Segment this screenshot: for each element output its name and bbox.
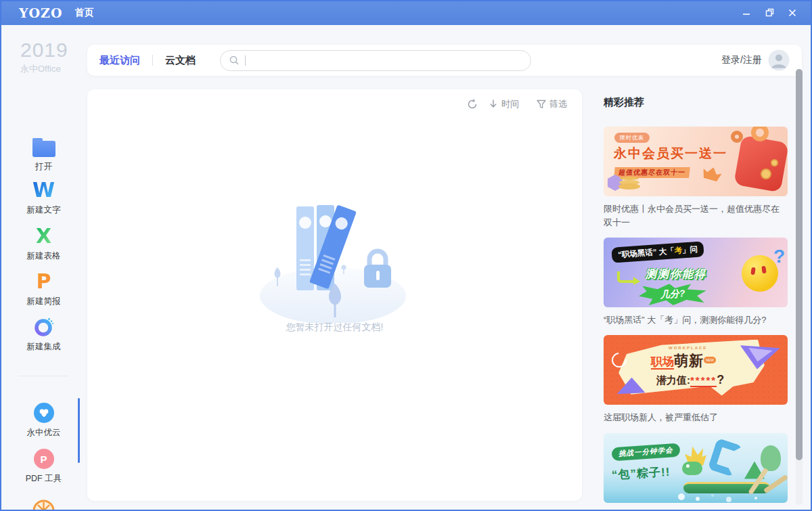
presentation-icon: P xyxy=(37,271,51,292)
spreadsheet-icon: X xyxy=(36,226,51,246)
app-logo: YOZO xyxy=(19,5,63,20)
promo-banner-workplace[interactable]: WORKPLACE 职场萌新NEW 潜力值:*****? xyxy=(604,335,788,405)
tab-cloud-docs[interactable]: 云文档 xyxy=(165,54,196,67)
minimize-icon xyxy=(742,9,750,17)
emoji-art xyxy=(742,255,778,292)
recommend-title: 精彩推荐 xyxy=(604,96,788,109)
dragon-head-art xyxy=(682,462,702,475)
minimize-button[interactable] xyxy=(735,3,758,23)
close-button[interactable] xyxy=(781,3,804,23)
brand: 2019 永中Office xyxy=(20,39,68,75)
red-bag-art xyxy=(734,135,788,192)
sidebar: 2019 永中Office 打开 W 新建文字 X 新建表格 P 新建简报 xyxy=(1,25,86,510)
filter-label: 筛选 xyxy=(549,98,567,110)
document-list-panel: 时间 筛选 xyxy=(87,89,582,501)
window-controls xyxy=(735,3,804,23)
banner-title: 永中会员买一送一 xyxy=(614,145,727,162)
folder-icon xyxy=(32,141,55,157)
splash-art xyxy=(678,493,685,500)
promo-banner-quiz[interactable]: “职场黑话” 大「考」问 测测你能得 几分? ? xyxy=(604,238,788,307)
search-icon xyxy=(229,55,240,66)
sidebar-item-label: 打开 xyxy=(1,161,86,173)
sidebar-divider xyxy=(18,376,69,376)
sidebar-item-label: 永中优云 xyxy=(1,427,86,439)
scrollbar-track[interactable] xyxy=(796,69,803,505)
search-input[interactable] xyxy=(248,55,522,66)
sidebar-item-label: 新建文字 xyxy=(1,204,86,216)
page-title: 首页 xyxy=(75,7,94,19)
login-label: 登录/注册 xyxy=(721,54,762,66)
promo-banner-membership[interactable]: 限时优惠 永中会员买一送一 超值优惠尽在双十一 xyxy=(604,127,788,196)
promo-card: 挑战一分钟学会 “包”粽子!! xyxy=(604,433,788,503)
restore-button[interactable] xyxy=(758,3,781,23)
sort-by-time-button[interactable]: 时间 xyxy=(489,98,519,110)
integration-icon xyxy=(33,316,55,338)
refresh-icon xyxy=(467,99,478,110)
banner-badge: 挑战一分钟学会 xyxy=(611,443,680,461)
scrollbar-thumb[interactable] xyxy=(796,69,803,460)
sidebar-item-label: 新建集成 xyxy=(1,341,86,353)
sidebar-item-yozo-cloud[interactable]: 永中优云 xyxy=(1,401,86,439)
sidebar-item-label: PDF 工具 xyxy=(1,473,86,485)
banner-title: “职场黑话” 大「考」问 xyxy=(611,242,704,263)
star-burst: 几分? xyxy=(638,282,707,307)
filter-button[interactable]: 筛选 xyxy=(537,98,567,110)
close-icon xyxy=(788,9,796,17)
promo-card: 限时优惠 永中会员买一送一 超值优惠尽在双十一 限时优惠丨永中会员买一送一，超值… xyxy=(604,127,788,229)
question-mark-art: ? xyxy=(773,246,785,267)
promo-banner-dragon-boat[interactable]: 挑战一分钟学会 “包”粽子!! xyxy=(604,433,788,503)
list-toolbar: 时间 筛选 xyxy=(467,98,567,110)
crown-art xyxy=(701,165,723,183)
tab-separator xyxy=(152,55,153,66)
banner-eyebrow: WORKPLACE xyxy=(669,346,707,350)
banner-subtitle: 超值优惠尽在双十一 xyxy=(614,167,690,178)
search-box[interactable] xyxy=(220,50,531,71)
sidebar-item-pdf-tools[interactable]: P PDF 工具 xyxy=(1,447,86,485)
cloud-icon xyxy=(34,403,54,423)
login-register[interactable]: 登录/注册 xyxy=(721,49,790,71)
recommend-panel: 精彩推荐 限时优惠 永中会员买一送一 超值优惠尽在双十一 限时优惠丨永中会员买一… xyxy=(604,91,788,510)
banner-subtitle: 测测你能得 xyxy=(646,267,706,282)
sidebar-item-label: 新建表格 xyxy=(1,250,86,262)
header-bar: 最近访问 云文档 登录/注册 xyxy=(87,45,802,76)
brand-year: 2019 xyxy=(20,39,68,62)
new-badge: NEW xyxy=(704,357,716,363)
titlebar: YOZO 首页 xyxy=(0,0,812,25)
arrow-art xyxy=(616,270,641,285)
promo-caption: 限时优惠丨永中会员买一送一，超值优惠尽在双十一 xyxy=(604,202,788,229)
app-window: YOZO 首页 2019 永中Office 打开 xyxy=(0,0,812,511)
sidebar-item-open[interactable]: 打开 xyxy=(1,135,86,173)
template-gallery-icon[interactable] xyxy=(32,499,55,511)
refresh-button[interactable] xyxy=(467,99,478,110)
banner-title: “包”粽子!! xyxy=(611,464,670,482)
tab-recent[interactable]: 最近访问 xyxy=(99,54,140,67)
empty-state-text: 您暂未打开过任何文档! xyxy=(87,321,582,334)
banner-title: 职场萌新NEW xyxy=(651,351,716,370)
filter-icon xyxy=(537,99,546,109)
promo-caption: 这届职场新人，被严重低估了 xyxy=(604,411,788,424)
promo-card: “职场黑话” 大「考」问 测测你能得 几分? ? “职场黑话” 大「考」问，测测… xyxy=(604,238,788,327)
promo-card: WORKPLACE 职场萌新NEW 潜力值:*****? 这届职场新人，被严重低… xyxy=(604,335,788,424)
avatar[interactable] xyxy=(768,49,790,71)
sidebar-item-label: 新建简报 xyxy=(1,296,86,307)
promo-caption: “职场黑话” 大「考」问，测测你能得几分? xyxy=(604,313,788,327)
wave-arc-art xyxy=(708,438,744,477)
sidebar-item-new-presentation[interactable]: P 新建简报 xyxy=(1,270,86,307)
brand-name: 永中Office xyxy=(20,63,68,75)
pdf-icon: P xyxy=(34,449,54,469)
time-label: 时间 xyxy=(501,98,519,110)
text-caret xyxy=(245,55,246,66)
coin-art xyxy=(761,169,771,179)
sort-arrow-down-icon xyxy=(489,99,498,110)
strap-art xyxy=(731,131,743,143)
gold-stack-art xyxy=(618,183,640,190)
sidebar-item-new-spreadsheet[interactable]: X 新建表格 xyxy=(1,225,86,262)
banner-subtitle: 潜力值:*****? xyxy=(656,373,724,387)
word-icon: W xyxy=(32,180,55,200)
empty-state-illustration xyxy=(257,194,413,326)
leaf-art xyxy=(761,445,781,471)
coin-art xyxy=(771,159,778,166)
sidebar-item-new-integration[interactable]: 新建集成 xyxy=(1,315,86,353)
dragon-eye-art xyxy=(686,464,690,468)
sidebar-item-new-document[interactable]: W 新建文字 xyxy=(1,179,86,216)
